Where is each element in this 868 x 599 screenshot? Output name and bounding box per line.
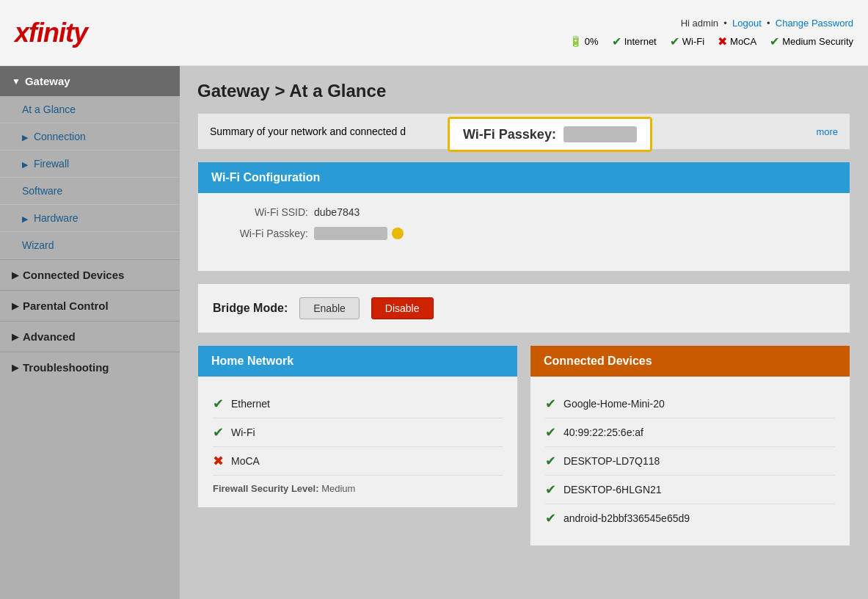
device-ok-icon-3: ✔	[545, 482, 556, 498]
battery-status: 🔋 0%	[569, 35, 599, 47]
connected-devices-section: Connected Devices ✔ Google-Home-Mini-20 …	[530, 345, 850, 546]
more-link[interactable]: more	[816, 126, 838, 137]
wifi-config-section: Wi-Fi Configuration Wi-Fi SSID: dube7843…	[197, 161, 850, 272]
wifi-config-body: Wi-Fi SSID: dube7843 Wi-Fi Passkey:	[198, 193, 850, 271]
home-network-body: ✔ Ethernet ✔ Wi-Fi ✖ MoCA Firewall Sec	[198, 377, 517, 507]
passkey-label: Wi-Fi Passkey:	[213, 228, 308, 239]
user-greeting: Hi admin	[681, 18, 718, 29]
passkey-value-blur	[314, 227, 387, 240]
header-right: Hi admin • Logout • Change Password 🔋 0%…	[569, 18, 853, 48]
device-ok-icon-1: ✔	[545, 424, 556, 440]
moca-status: ✖ MoCA	[718, 35, 756, 48]
wifi-label: Wi-Fi	[682, 36, 704, 47]
sidebar-item-hardware[interactable]: ▶ Hardware	[0, 205, 180, 232]
internet-status: ✔ Internet	[612, 35, 657, 48]
header: xfinity Hi admin • Logout • Change Passw…	[0, 0, 868, 66]
device-item-2: ✔ DESKTOP-LD7Q118	[545, 447, 835, 476]
moca-item-err-icon: ✖	[213, 453, 224, 469]
battery-icon: 🔋	[569, 35, 582, 47]
wifi-callout-label: Wi-Fi Passkey:	[463, 127, 556, 142]
device-label-2: DESKTOP-LD7Q118	[564, 455, 660, 467]
moca-label: MoCA	[730, 36, 756, 47]
advanced-arrow-icon: ▶	[12, 332, 18, 342]
device-item-3: ✔ DESKTOP-6HLGN21	[545, 476, 835, 504]
troubleshooting-arrow-icon: ▶	[12, 363, 18, 373]
sidebar-section-parental-control[interactable]: ▶ Parental Control	[0, 290, 180, 321]
logo-text: xfinity	[15, 18, 87, 48]
gateway-arrow-icon: ▼	[12, 76, 21, 87]
logout-link[interactable]: Logout	[732, 18, 762, 29]
logo: xfinity	[15, 18, 87, 48]
firewall-arrow-icon: ▶	[22, 160, 28, 169]
ethernet-item: ✔ Ethernet	[213, 390, 503, 418]
device-item-0: ✔ Google-Home-Mini-20	[545, 390, 835, 418]
header-status: 🔋 0% ✔ Internet ✔ Wi-Fi ✖ MoCA ✔ Medium …	[569, 35, 853, 48]
sidebar-section-connected-devices[interactable]: ▶ Connected Devices	[0, 259, 180, 290]
parental-control-arrow-icon: ▶	[12, 301, 18, 311]
connected-devices-panel: Connected Devices ✔ Google-Home-Mini-20 …	[530, 345, 850, 558]
wifi-passkey-callout: Wi-Fi Passkey:	[448, 117, 652, 152]
main-content: Gateway > At a Glance Summary of your ne…	[180, 66, 868, 599]
device-item-4: ✔ android-b2bbf336545e65d9	[545, 504, 835, 532]
sidebar: ▼ Gateway At a Glance ▶ Connection ▶ Fir…	[0, 66, 180, 599]
sidebar-gateway-label: Gateway	[25, 75, 70, 87]
firewall-security-label: Firewall Security Level:	[213, 483, 319, 494]
sidebar-item-connection[interactable]: ▶ Connection	[0, 123, 180, 150]
sidebar-item-at-a-glance[interactable]: At a Glance	[0, 96, 180, 123]
ssid-label: Wi-Fi SSID:	[213, 206, 308, 218]
wifi-config-header: Wi-Fi Configuration	[198, 162, 850, 193]
home-network-header: Home Network	[198, 346, 517, 377]
enable-button[interactable]: Enable	[299, 297, 360, 319]
page-title: Gateway > At a Glance	[197, 81, 850, 101]
sidebar-item-software[interactable]: Software	[0, 178, 180, 205]
wifi-ok-icon: ✔	[670, 35, 679, 48]
connector-dot	[392, 228, 404, 239]
internet-ok-icon: ✔	[612, 35, 621, 48]
wifi-item-label: Wi-Fi	[231, 426, 255, 438]
connection-arrow-icon: ▶	[22, 133, 28, 142]
sidebar-section-gateway[interactable]: ▼ Gateway	[0, 66, 180, 96]
moca-item: ✖ MoCA	[213, 447, 503, 476]
bridge-mode-label: Bridge Mode:	[213, 302, 288, 315]
ethernet-ok-icon: ✔	[213, 396, 224, 412]
device-ok-icon-2: ✔	[545, 453, 556, 469]
sidebar-section-advanced[interactable]: ▶ Advanced	[0, 321, 180, 352]
firewall-row: Firewall Security Level: Medium	[213, 476, 503, 494]
moca-item-label: MoCA	[231, 455, 260, 467]
hardware-arrow-icon: ▶	[22, 214, 28, 223]
change-password-link[interactable]: Change Password	[776, 18, 853, 29]
home-network-panel: Home Network ✔ Ethernet ✔ Wi-Fi ✖	[197, 345, 518, 558]
bottom-panels: Home Network ✔ Ethernet ✔ Wi-Fi ✖	[197, 345, 850, 558]
connected-devices-body: ✔ Google-Home-Mini-20 ✔ 40:99:22:25:6e:a…	[530, 377, 850, 545]
moca-err-icon: ✖	[718, 35, 727, 48]
device-label-1: 40:99:22:25:6e:af	[564, 426, 643, 438]
disable-button[interactable]: Disable	[371, 297, 434, 319]
wifi-passkey-blur	[564, 126, 637, 142]
wifi-item: ✔ Wi-Fi	[213, 418, 503, 447]
security-ok-icon: ✔	[770, 35, 779, 48]
header-top: Hi admin • Logout • Change Password	[569, 18, 853, 29]
wifi-item-ok-icon: ✔	[213, 424, 224, 440]
device-item-1: ✔ 40:99:22:25:6e:af	[545, 418, 835, 447]
summary-text: Summary of your network and connected d	[210, 126, 406, 137]
layout: ▼ Gateway At a Glance ▶ Connection ▶ Fir…	[0, 66, 868, 599]
security-label: Medium Security	[782, 36, 853, 47]
security-status: ✔ Medium Security	[770, 35, 853, 48]
device-ok-icon-4: ✔	[545, 510, 556, 526]
connected-devices-header: Connected Devices	[530, 346, 850, 377]
ssid-value: dube7843	[314, 206, 360, 218]
device-ok-icon-0: ✔	[545, 396, 556, 412]
bridge-mode-section: Bridge Mode: Enable Disable	[197, 283, 850, 333]
summary-bar: Summary of your network and connected d …	[197, 113, 850, 150]
home-network-section: Home Network ✔ Ethernet ✔ Wi-Fi ✖	[197, 345, 518, 508]
connected-devices-arrow-icon: ▶	[12, 270, 18, 280]
sidebar-section-troubleshooting[interactable]: ▶ Troubleshooting	[0, 352, 180, 382]
sidebar-item-firewall[interactable]: ▶ Firewall	[0, 150, 180, 178]
battery-label: 0%	[585, 36, 599, 47]
firewall-security-value: Medium	[321, 483, 355, 494]
sidebar-item-wizard[interactable]: Wizard	[0, 232, 180, 259]
device-label-4: android-b2bbf336545e65d9	[564, 512, 690, 524]
wifi-status: ✔ Wi-Fi	[670, 35, 704, 48]
ssid-row: Wi-Fi SSID: dube7843	[213, 206, 835, 218]
internet-label: Internet	[624, 36, 657, 47]
